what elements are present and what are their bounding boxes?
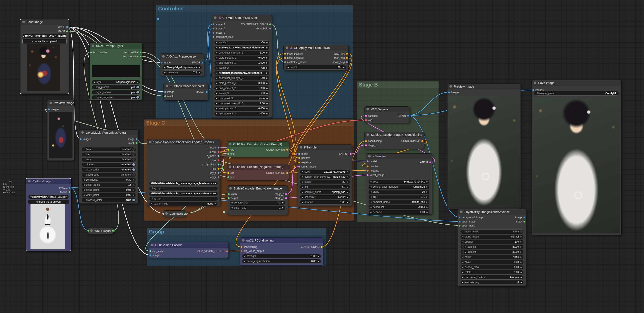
ksampler-stage-c-sampler_name-widget[interactable]: ◀▶sampler_namedpmpp_sde	[300, 190, 350, 194]
cr-multi-controlnet-stack-controlnet_strength_2-widget[interactable]: ◀▶controlnet_strength_20.40	[214, 76, 270, 80]
collapse-dot-icon[interactable]	[366, 108, 369, 111]
height-input-port[interactable]	[228, 197, 230, 199]
vae-decode-titlebar[interactable]: VAE Decode	[364, 107, 410, 112]
image_2-input-port[interactable]	[212, 27, 214, 30]
increment-arrow-icon[interactable]: ▶	[347, 190, 348, 194]
decrement-arrow-icon[interactable]: ◀	[231, 201, 232, 205]
decrement-arrow-icon[interactable]: ◀	[216, 107, 217, 111]
cr-multi-controlnet-stack-start_percent_2-widget[interactable]: ◀▶start_percent_20.000	[214, 81, 270, 85]
decrement-arrow-icon[interactable]: ◀	[370, 210, 372, 214]
ksampler-stage-b-denoise-widget[interactable]: ◀▶denoise1.00	[368, 210, 430, 214]
increment-arrow-icon[interactable]: ▶	[266, 81, 268, 85]
controlnet_stack-input-port[interactable]	[212, 36, 214, 38]
decrement-arrow-icon[interactable]: ◀	[83, 178, 84, 182]
layermask-personmaskultra-black_point-widget[interactable]: ◀▶black_point0.01	[81, 188, 136, 192]
layermask-personmaskultra-clothes-widget[interactable]: clothesenabled	[81, 162, 136, 167]
collapse-dot-icon[interactable]	[90, 229, 93, 232]
mask-output-port[interactable]	[136, 142, 138, 144]
increment-arrow-icon[interactable]: ▶	[133, 183, 134, 187]
IMAGE-output-port[interactable]	[407, 115, 409, 117]
stablecascade-inpaint-node[interactable]: StableCascadeInpaintimagemaskIMAGE	[164, 83, 208, 100]
images-input-port[interactable]	[80, 138, 82, 140]
aio-aux-preprocessor-preprocessor-widget[interactable]: ◀▶preprocessorCannyEdgePreprocessor	[162, 65, 202, 70]
toggle-dot[interactable]	[136, 96, 139, 99]
collapsed-input-port[interactable]	[87, 230, 89, 232]
decrement-arrow-icon[interactable]: ◀	[462, 270, 463, 274]
collapse-dot-icon[interactable]	[286, 46, 288, 49]
text_positive-output-port[interactable]	[140, 51, 142, 53]
increment-arrow-icon[interactable]: ▶	[318, 254, 319, 258]
collapse-dot-icon[interactable]	[22, 20, 25, 23]
width-input-port[interactable]	[228, 193, 230, 195]
layermask-personmaskultra-body-widget[interactable]: bodydisabled	[81, 157, 136, 162]
layerutility-imageblendadvance-aspect_ratio-widget[interactable]: ◀▶aspect_ratio1.00	[460, 265, 524, 269]
save-image-filename_prefix-widget[interactable]: filename_prefixComfyUI	[534, 91, 619, 96]
increment-arrow-icon[interactable]: ▶	[347, 200, 348, 204]
preview-image-left-node[interactable]: Preview Imageimages	[47, 100, 74, 161]
increment-arrow-icon[interactable]: ▶	[520, 235, 522, 239]
toggle-dot[interactable]	[132, 168, 135, 171]
decrement-arrow-icon[interactable]: ◀	[462, 250, 463, 254]
increment-arrow-icon[interactable]: ▶	[199, 71, 200, 75]
increment-arrow-icon[interactable]: ▶	[133, 188, 134, 192]
decrement-arrow-icon[interactable]: ◀	[216, 112, 217, 116]
decrement-arrow-icon[interactable]: ◀	[216, 76, 217, 80]
collapse-dot-icon[interactable]	[214, 16, 217, 19]
negative-input-port[interactable]	[366, 170, 369, 172]
images-input-port[interactable]	[48, 108, 50, 110]
group-group-header[interactable]	[147, 228, 326, 235]
IMAGE-output-port[interactable]	[206, 91, 208, 93]
decrement-arrow-icon[interactable]: ◀	[370, 180, 372, 184]
increment-arrow-icon[interactable]: ▶	[133, 178, 134, 182]
increment-arrow-icon[interactable]: ▶	[266, 96, 268, 100]
stablecascade-stageb-conditioning-node[interactable]: StableCascade_StageB_Conditioningconditi…	[364, 132, 424, 149]
ksampler-stage-c-seed-widget[interactable]: ◀▶seed120128761701395	[300, 170, 350, 174]
decrement-arrow-icon[interactable]: ◀	[94, 80, 95, 84]
increment-arrow-icon[interactable]: ▶	[266, 86, 268, 90]
unclip-conditioning-node[interactable]: unCLIPConditioningconditioningclip_visio…	[240, 238, 324, 265]
collapse-dot-icon[interactable]	[368, 155, 371, 157]
ksampler-stage-b-steps-widget[interactable]: ◀▶steps10	[368, 190, 430, 194]
cr-multi-controlnet-stack-switch_1-widget[interactable]: ◀▶switch_1On	[214, 40, 270, 45]
decrement-arrow-icon[interactable]: ◀	[151, 202, 152, 206]
text-input-port[interactable]	[227, 176, 229, 178]
increment-arrow-icon[interactable]: ▶	[266, 107, 268, 111]
toggle-dot[interactable]	[132, 148, 135, 151]
MASK-output-port[interactable]	[68, 191, 70, 193]
ksampler-stage-c-node[interactable]: KSamplermodelpositivenegativelatent_imag…	[298, 145, 352, 206]
unclip-conditioning-noise_augmentation-widget[interactable]: ◀▶noise_augmentation0.00	[242, 259, 321, 264]
ksampler-stage-c-titlebar[interactable]: KSampler	[298, 145, 352, 150]
layerutility-imageblendadvance-x_percent-widget[interactable]: ◀▶x_percent50.00	[460, 245, 524, 249]
decrement-arrow-icon[interactable]: ◀	[462, 245, 463, 249]
wd14-tagger-titlebar[interactable]: WD14 Tagger↻	[88, 228, 113, 234]
collapse-dot-icon[interactable]	[229, 187, 232, 190]
IMAGE-output-port[interactable]	[66, 26, 68, 28]
save-image-node[interactable]: Save Imageimagesfilename_prefixComfyUI	[532, 80, 621, 235]
stable-cascade-checkpoint-loader-key_opt_b-widget[interactable]: key_opt_b	[149, 186, 218, 191]
clip_vision-input-port[interactable]	[149, 250, 152, 252]
stablecascade-emptylatentimage-node[interactable]: StableCascade_EmptyLatentImagewidthheigh…	[227, 185, 288, 215]
vae-input-port[interactable]	[365, 119, 367, 121]
layerutility-imageblendadvance-scale-widget[interactable]: ◀▶scale1.00	[460, 260, 524, 264]
sdxl-prompt-styler-style-widget[interactable]: ◀▶stylesai-photographic	[92, 80, 140, 84]
c_vae-output-port[interactable]	[218, 159, 220, 161]
mask-input-port[interactable]	[164, 95, 166, 97]
load-image-node[interactable]: Load ImageIMAGEMASK◀▶ComfyUI_temp_izsrr_…	[20, 19, 69, 94]
layerutility-imageblendadvance-mirror-widget[interactable]: ◀▶mirrorNone	[460, 255, 524, 259]
collapsed-input-port[interactable]	[162, 213, 164, 215]
c_clip_vision-output-port[interactable]	[218, 163, 220, 165]
increment-arrow-icon[interactable]: ▶	[282, 201, 284, 205]
increment-arrow-icon[interactable]: ▶	[520, 275, 522, 279]
increment-arrow-icon[interactable]: ▶	[133, 193, 134, 197]
layer_mask-input-port[interactable]	[458, 225, 460, 227]
decrement-arrow-icon[interactable]: ◀	[302, 175, 303, 179]
key_c-output-port[interactable]	[218, 176, 220, 178]
model-input-port[interactable]	[298, 153, 300, 155]
positive-input-port[interactable]	[298, 157, 300, 159]
decrement-arrow-icon[interactable]: ◀	[302, 170, 303, 174]
decrement-arrow-icon[interactable]: ◀	[288, 65, 289, 69]
increment-arrow-icon[interactable]: ▶	[426, 205, 428, 209]
decrement-arrow-icon[interactable]: ◀	[462, 235, 463, 239]
clip-vision-encode-titlebar[interactable]: CLIP Vision Encode	[149, 242, 228, 248]
clip_vision_output-input-port[interactable]	[240, 250, 242, 252]
